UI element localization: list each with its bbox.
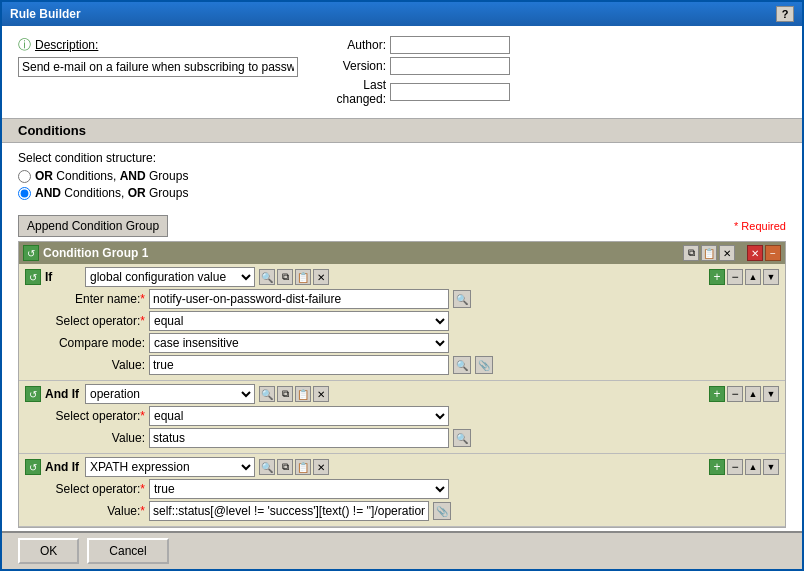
required-label: * Required: [734, 220, 786, 232]
cond-1-name-search-icon[interactable]: 🔍: [453, 290, 471, 308]
author-label: Author:: [316, 38, 386, 52]
group-icons: ⧉ 📋 ✕: [683, 245, 735, 261]
cond-1-compare-label: Compare mode:: [35, 336, 145, 350]
cond-3-icon[interactable]: ↺: [25, 459, 41, 475]
cond-2-copy-icon[interactable]: ⧉: [277, 386, 293, 402]
description-icon: ⓘ: [18, 36, 31, 54]
cond-3-value-ref-icon[interactable]: 📎: [433, 502, 451, 520]
cond-1-icon[interactable]: ↺: [25, 269, 41, 285]
radio-and-label: AND Conditions, OR Groups: [35, 186, 188, 200]
cond-3-operator-row: Select operator:* true: [25, 479, 779, 499]
cond-main-3: ↺ And If XPATH expression 🔍 ⧉ 📋 ✕ + −: [25, 457, 779, 477]
cond-3-paste-icon[interactable]: 📋: [295, 459, 311, 475]
cond-1-copy-icon[interactable]: ⧉: [277, 269, 293, 285]
ok-button[interactable]: OK: [18, 538, 79, 564]
cond-1-remove-button[interactable]: −: [727, 269, 743, 285]
cond-2-delete-icon[interactable]: ✕: [313, 386, 329, 402]
cond-1-add-button[interactable]: +: [709, 269, 725, 285]
cond-2-icon[interactable]: ↺: [25, 386, 41, 402]
cond-2-paste-icon[interactable]: 📋: [295, 386, 311, 402]
cond-1-value-label: Value:: [35, 358, 145, 372]
radio-row-2: AND Conditions, OR Groups: [18, 186, 786, 200]
cond-3-operator-label: Select operator:*: [35, 482, 145, 496]
append-condition-group-button[interactable]: Append Condition Group: [18, 215, 168, 237]
cond-1-up-button[interactable]: ▲: [745, 269, 761, 285]
group-collapse-button[interactable]: −: [765, 245, 781, 261]
cond-2-remove-button[interactable]: −: [727, 386, 743, 402]
group-close-button[interactable]: ✕: [747, 245, 763, 261]
conditions-header: Conditions: [2, 118, 802, 143]
cond-3-value-row: Value:* 📎: [25, 501, 779, 521]
group-refresh-icon[interactable]: ↺: [23, 245, 39, 261]
author-input[interactable]: [390, 36, 510, 54]
version-input[interactable]: [390, 57, 510, 75]
cond-1-value-ref-icon[interactable]: 📎: [475, 356, 493, 374]
cancel-button[interactable]: Cancel: [87, 538, 168, 564]
cond-1-operator-label: Select operator:*: [35, 314, 145, 328]
group-paste-icon[interactable]: 📋: [701, 245, 717, 261]
cond-1-operator-select[interactable]: equal: [149, 311, 449, 331]
cond-3-type-select[interactable]: XPATH expression: [85, 457, 255, 477]
author-row: Author:: [316, 36, 510, 54]
cond-2-operator-select[interactable]: equal: [149, 406, 449, 426]
cond-2-down-button[interactable]: ▼: [763, 386, 779, 402]
cond-3-icons: 🔍 ⧉ 📋 ✕: [259, 459, 329, 475]
description-input[interactable]: [18, 57, 298, 77]
cond-1-value-search-icon[interactable]: 🔍: [453, 356, 471, 374]
cond-1-right-icons: + − ▲ ▼: [709, 269, 779, 285]
cond-1-down-button[interactable]: ▼: [763, 269, 779, 285]
cond-1-compare-row: Compare mode: case insensitive: [25, 333, 779, 353]
cond-3-copy-icon[interactable]: ⧉: [277, 459, 293, 475]
cond-2-type-select[interactable]: operation: [85, 384, 255, 404]
cond-1-value-input[interactable]: [149, 355, 449, 375]
cond-3-remove-button[interactable]: −: [727, 459, 743, 475]
cond-3-delete-icon[interactable]: ✕: [313, 459, 329, 475]
cond-3-down-button[interactable]: ▼: [763, 459, 779, 475]
cond-3-up-button[interactable]: ▲: [745, 459, 761, 475]
version-label: Version:: [316, 59, 386, 73]
cond-2-add-button[interactable]: +: [709, 386, 725, 402]
cond-1-paste-icon[interactable]: 📋: [295, 269, 311, 285]
cond-3-right-icons: + − ▲ ▼: [709, 459, 779, 475]
radio-and[interactable]: [18, 187, 31, 200]
cond-2-value-input[interactable]: [149, 428, 449, 448]
condition-group-1: ↺ Condition Group 1 ⧉ 📋 ✕ ✕ − ↺ If: [18, 241, 786, 528]
radio-or[interactable]: [18, 170, 31, 183]
cond-2-value-search-icon[interactable]: 🔍: [453, 429, 471, 447]
cond-2-value-label: Value:: [35, 431, 145, 445]
version-row: Version:: [316, 57, 510, 75]
description-row: ⓘ Description: Author: Version:: [18, 36, 786, 106]
group-copy-icon[interactable]: ⧉: [683, 245, 699, 261]
description-label: Description:: [35, 38, 98, 52]
button-bar: OK Cancel: [2, 531, 802, 569]
rule-builder-window: Rule Builder ? ⓘ Description: Author:: [0, 0, 804, 571]
cond-3-operator-select[interactable]: true: [149, 479, 449, 499]
meta-right: Author: Version: Last changed:: [316, 36, 510, 106]
cond-1-value-row: Value: 🔍 📎: [25, 355, 779, 375]
cond-1-name-input[interactable]: [149, 289, 449, 309]
last-changed-input[interactable]: [390, 83, 510, 101]
cond-main-2: ↺ And If operation 🔍 ⧉ 📋 ✕ + − ▲: [25, 384, 779, 404]
append-btn-row: Append Condition Group * Required: [2, 211, 802, 241]
group-delete-icon[interactable]: ✕: [719, 245, 735, 261]
conditions-title: Conditions: [18, 123, 86, 138]
cond-2-prefix: And If: [45, 387, 81, 401]
description-left: ⓘ Description:: [18, 36, 298, 77]
last-changed-row: Last changed:: [316, 78, 510, 106]
cond-3-add-button[interactable]: +: [709, 459, 725, 475]
cond-2-search-icon[interactable]: 🔍: [259, 386, 275, 402]
cond-1-type-select[interactable]: global configuration value: [85, 267, 255, 287]
cond-1-delete-icon[interactable]: ✕: [313, 269, 329, 285]
cond-1-search-icon[interactable]: 🔍: [259, 269, 275, 285]
condition-row-1: ↺ If global configuration value 🔍 ⧉ 📋 ✕ …: [19, 264, 785, 381]
cond-1-compare-select[interactable]: case insensitive: [149, 333, 449, 353]
cond-main-1: ↺ If global configuration value 🔍 ⧉ 📋 ✕ …: [25, 267, 779, 287]
cond-3-search-icon[interactable]: 🔍: [259, 459, 275, 475]
conditions-area: Select condition structure: OR Condition…: [2, 143, 802, 211]
help-button[interactable]: ?: [776, 6, 794, 22]
last-changed-label: Last changed:: [316, 78, 386, 106]
cond-2-operator-row: Select operator:* equal: [25, 406, 779, 426]
cond-3-value-input[interactable]: [149, 501, 429, 521]
cond-2-up-button[interactable]: ▲: [745, 386, 761, 402]
radio-or-label: OR Conditions, AND Groups: [35, 169, 188, 183]
